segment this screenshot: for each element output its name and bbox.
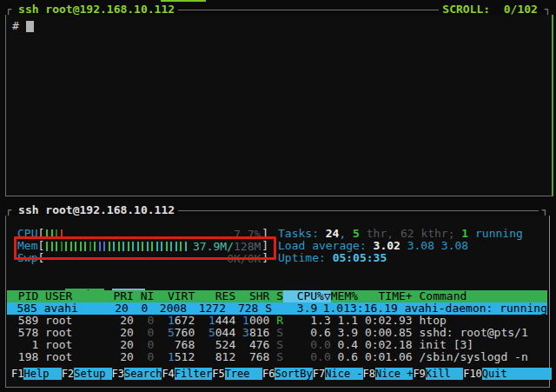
fkey-label-search[interactable]: Search (124, 368, 162, 380)
fkey-f2[interactable]: F2 (62, 368, 74, 380)
fkey-label-filter[interactable]: Filter (175, 368, 212, 380)
bottom-pane-title: ssh root@192.168.10.112 (18, 204, 175, 216)
column-header-pri[interactable]: PRI (107, 290, 134, 302)
fkey-f9[interactable]: F9 (413, 368, 425, 380)
pane-corner-left: ┌ (5, 3, 11, 16)
cell-virt: 2008 (148, 302, 187, 315)
cell-virt: 1512 (154, 351, 195, 363)
process-table: PIDUSERPRINIVIRTRESSHRSCPU%▽MEM%TIME+Com… (7, 290, 547, 363)
cell-pri: 20 (103, 302, 129, 315)
column-header-mem[interactable]: MEM% (331, 290, 358, 302)
cell-user: avahi (37, 302, 103, 315)
cell-s: S (269, 339, 283, 351)
cell-cmd: sshd: root@pts/1 (413, 327, 547, 339)
cell-mem: 0.6 (331, 351, 358, 363)
column-header-virt[interactable]: VIRT (154, 290, 195, 302)
pane-corner-left: ┌ (5, 204, 11, 216)
cell-cpu: 0.0 (283, 339, 331, 351)
cell-cpu: 3.9 (272, 302, 317, 315)
cell-s: R (269, 315, 283, 327)
cell-cmd: /sbin/syslogd -n (413, 351, 547, 363)
process-row[interactable]: 578root200576050443816S0.63.90:00.85sshd… (7, 327, 547, 339)
fkey-f1[interactable]: F1 (11, 368, 23, 380)
column-header-cmd[interactable]: Command (413, 290, 547, 302)
cell-cmd: avahi-daemon: running (398, 302, 547, 315)
swap-meter-label: Swp (17, 252, 37, 264)
mem-meter-label: Mem (17, 240, 37, 252)
mem-meter: Mem[37.9M/128M] (17, 240, 268, 252)
cell-shr: 728 (226, 302, 258, 315)
cell-cmd: htop (413, 315, 547, 327)
fkey-f4[interactable]: F4 (162, 368, 174, 380)
cpu-meter-label: CPU (17, 228, 37, 240)
cell-shr: 476 (235, 339, 269, 351)
cell-res: 524 (195, 339, 235, 351)
column-header-pid[interactable]: PID (11, 290, 38, 302)
fkey-label-kill[interactable]: Kill (426, 368, 463, 380)
cell-ni: 0 (134, 327, 154, 339)
pane-corner-right: ┐ (542, 204, 548, 216)
mem-total-value: 128M (234, 240, 261, 253)
fkey-label-help[interactable]: Help (23, 368, 61, 380)
cell-res: 812 (195, 351, 235, 363)
process-table-header[interactable]: PIDUSERPRINIVIRTRESSHRSCPU%▽MEM%TIME+Com… (7, 290, 547, 302)
htop-app: CPU[7.7%] Mem[37.9M/128M] Swp[0K/0K] Tas… (6, 217, 550, 386)
column-header-user[interactable]: USER (38, 290, 106, 302)
top-pane-title: ssh root@192.168.10.112 (18, 3, 175, 16)
process-row[interactable]: 198root2001512812768S0.00.60:01.06/sbin/… (7, 351, 547, 363)
column-header-ni[interactable]: NI (134, 290, 154, 302)
fkey-f8[interactable]: F8 (363, 368, 375, 380)
fkey-f6[interactable]: F6 (262, 368, 275, 380)
cell-virt: 768 (154, 339, 195, 351)
top-pane[interactable] (5, 15, 553, 196)
column-header-cpu[interactable]: CPU%▽ (283, 290, 331, 302)
column-header-s[interactable]: S (269, 290, 283, 302)
cell-time: 0:02.93 (358, 315, 413, 327)
tasks-summary: Tasks: 24, 5 thr, 62 kthr; 1 running (278, 228, 523, 240)
cell-time: 13:16.19 (343, 302, 398, 315)
cell-time: 0:00.85 (358, 327, 413, 339)
fkey-label-quit[interactable]: Quit (482, 368, 552, 380)
swap-meter: Swp[0K/0K] (17, 252, 268, 264)
fkey-label-nice-[interactable]: Nice + (375, 368, 413, 380)
cell-cpu: 1.3 (283, 315, 331, 327)
column-header-time[interactable]: TIME+ (358, 290, 413, 302)
fkey-f3[interactable]: F3 (112, 368, 124, 380)
fkey-label-sortby[interactable]: SortBy (275, 368, 312, 380)
process-row[interactable]: 1root200768524476S0.00.40:02.18init [3] (7, 339, 547, 351)
cell-mem: 0.4 (331, 339, 358, 351)
video-progress-sliver (161, 0, 206, 2)
uptime: Uptime: 05:05:35 (278, 252, 387, 264)
cell-mem: 3.9 (331, 327, 358, 339)
cell-res: 5044 (195, 327, 235, 339)
cell-shr: 768 (235, 351, 269, 363)
process-row[interactable]: 585avahi20020081272728S3.91.013:16.19ava… (7, 302, 547, 315)
cell-pri: 20 (107, 327, 134, 339)
fkey-f5[interactable]: F5 (212, 368, 224, 380)
shell-prompt[interactable]: # (12, 19, 34, 32)
cell-user: root (38, 339, 106, 351)
htop-tab-bar: MainI/O (24, 276, 145, 289)
cell-cpu: 0.6 (283, 327, 331, 339)
fkey-f7[interactable]: F7 (313, 368, 325, 380)
column-header-res[interactable]: RES (195, 290, 235, 302)
terminal-screen: ┌ ssh root@192.168.10.112 SCROLL: 0/102 … (0, 0, 556, 392)
fkey-label-tree[interactable]: Tree (225, 368, 262, 380)
pane-border-line (178, 10, 439, 10)
cell-cpu: 0.0 (283, 351, 331, 363)
cpu-meter: CPU[7.7%] (17, 228, 268, 240)
cell-mem: 1.1 (331, 315, 358, 327)
cell-pri: 20 (107, 351, 134, 363)
process-row[interactable]: 589root200167214441000R1.31.10:02.93htop (7, 315, 547, 327)
pane-corner-right: ┐ (545, 3, 551, 16)
fkey-label-setup[interactable]: Setup (74, 368, 111, 380)
column-header-shr[interactable]: SHR (235, 290, 269, 302)
cell-pid: 589 (11, 315, 38, 327)
cell-pid: 1 (11, 339, 38, 351)
cell-ni: 0 (134, 315, 154, 327)
cell-cmd: init [3] (413, 339, 547, 351)
cell-s: S (269, 351, 283, 363)
scroll-indicator-value: 0/102 (504, 3, 538, 16)
fkey-label-nice-[interactable]: Nice - (325, 368, 362, 380)
fkey-f10[interactable]: F10 (463, 368, 482, 380)
